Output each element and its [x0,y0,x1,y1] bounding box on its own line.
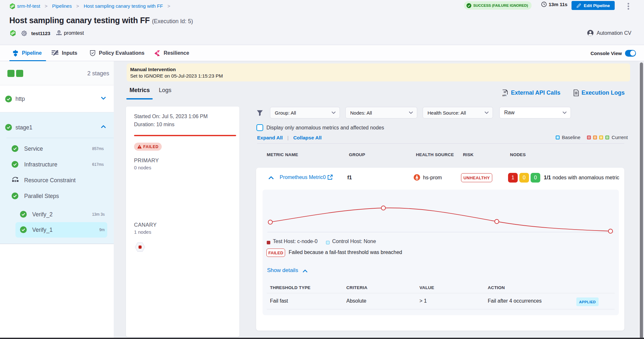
svg-text:API: API [502,94,506,97]
